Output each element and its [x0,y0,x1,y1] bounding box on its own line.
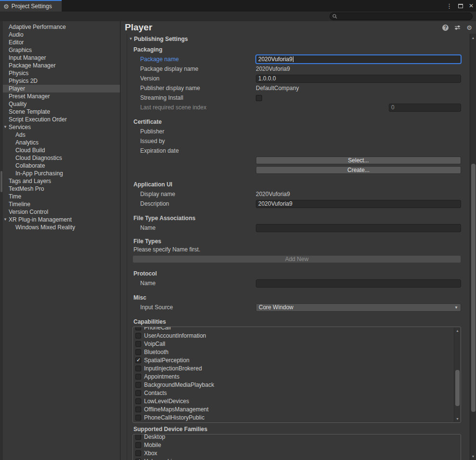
kebab-menu-icon[interactable]: ⋮ [446,2,452,10]
sidebar-item-editor[interactable]: Editor [0,39,120,46]
streaming-install-label: Streaming Install [140,94,256,101]
sidebar-item-package-manager[interactable]: Package Manager [0,62,120,69]
sidebar-item-scene-template[interactable]: Scene Template [0,108,120,116]
capability-backgroundmediaplayback[interactable]: BackgroundMediaPlayback [135,381,461,389]
capability-useraccountinformation[interactable]: UserAccountInformation [135,331,461,340]
foldout-icon[interactable]: ▼ [2,123,9,131]
scroll-up-icon[interactable]: ▲ [470,35,476,40]
capability-offlinemapsmanagement[interactable]: OfflineMapsManagement [135,405,461,413]
packaging-header: Packaging [133,46,461,53]
version-input[interactable] [256,75,461,83]
capability-spatialperception[interactable]: SpatialPerception [135,356,461,364]
add-new-button[interactable]: Add New [132,255,461,263]
checkbox[interactable] [135,459,141,460]
sidebar-item-cloud-build[interactable]: Cloud Build [0,146,120,154]
input-source-dropdown[interactable]: Core Window ▼ [256,303,461,312]
protocol-name-row: Name [121,278,461,288]
scroll-up-icon[interactable]: ▲ [454,328,461,333]
sidebar-item-input-manager[interactable]: Input Manager [0,54,120,62]
checkbox[interactable] [135,398,141,404]
sidebar-item-physics-2d[interactable]: Physics 2D [0,77,120,85]
checkbox[interactable] [135,415,141,421]
scroll-down-icon[interactable]: ▼ [470,453,476,459]
sidebar-item-physics[interactable]: Physics [0,69,120,77]
sidebar-item-version-control[interactable]: Version Control [0,208,120,216]
capabilities-scrollbar: ▲ ▼ [454,328,460,422]
family-mobile[interactable]: Mobile [135,441,461,449]
description-label: Description [140,200,256,207]
publisher-display-name-value: DefaultCompany [256,85,461,92]
help-icon[interactable]: ? [442,25,449,31]
capability-appointments[interactable]: Appointments [135,372,461,381]
capability-voipcall[interactable]: VoipCall [135,340,461,348]
search-field[interactable] [330,13,473,20]
sidebar-item-quality[interactable]: Quality [0,100,120,108]
sidebar-item-graphics[interactable]: Graphics [0,46,120,54]
family-desktop[interactable]: Desktop [135,434,461,441]
checkbox[interactable] [135,357,141,363]
checkbox[interactable] [135,407,141,412]
sidebar-item-windows-mixed-reality[interactable]: Windows Mixed Reality [0,223,120,231]
sidebar-item-player[interactable]: Player [0,85,120,92]
tab-project-settings[interactable]: ⚙ Project Settings [0,0,62,12]
checkbox[interactable] [135,442,141,448]
sidebar-scrollbar-thumb[interactable] [0,171,2,192]
package-name-input[interactable]: 2020Vuforia9 [256,55,461,64]
sidebar-item-in-app-purchasing[interactable]: In-App Purchasing [0,170,120,177]
protocol-header: Protocol [133,270,461,277]
checkbox[interactable] [135,450,141,456]
settings-gear-icon[interactable]: ⚙ [466,25,472,31]
checkbox[interactable] [135,327,141,330]
sidebar-item-audio[interactable]: Audio [0,31,120,39]
checkbox[interactable] [135,366,141,371]
checkbox[interactable] [135,382,141,388]
sidebar-item-textmesh-pro[interactable]: TextMesh Pro [0,185,120,193]
foldout-icon[interactable]: ▼ [128,37,134,41]
sidebar-item-preset-manager[interactable]: Preset Manager [0,92,120,100]
search-input[interactable] [339,13,472,19]
page-title: Player [125,22,152,33]
sidebar-item-script-execution-order[interactable]: Script Execution Order [0,116,120,123]
certificate-expiration-label: Expiration date [140,147,256,154]
sidebar-item-time[interactable]: Time [0,193,120,200]
maximize-icon[interactable] [458,4,463,8]
main-scrollbar-thumb[interactable] [471,164,476,412]
streaming-install-checkbox[interactable] [256,95,262,101]
create-certificate-button[interactable]: Create... [256,166,461,174]
sidebar-item-tags-and-layers[interactable]: Tags and Layers [0,177,120,185]
checkbox[interactable] [135,333,141,339]
publishing-settings-foldout[interactable]: ▼ Publishing Settings [128,35,461,43]
foldout-icon[interactable]: ▼ [2,216,9,223]
select-certificate-button[interactable]: Select... [256,157,461,164]
checkbox[interactable] [135,434,141,440]
scroll-down-icon[interactable]: ▼ [454,416,461,421]
sidebar-item-timeline[interactable]: Timeline [0,200,120,208]
sidebar-item-ads[interactable]: Ads [0,131,120,139]
sidebar-item-collaborate[interactable]: Collaborate [0,162,120,170]
last-required-scene-index-input[interactable] [389,104,461,112]
file-type-name-input[interactable] [256,224,461,232]
checkbox[interactable] [135,349,141,355]
capabilities-scrollbar-thumb[interactable] [455,370,460,406]
sidebar-item-analytics[interactable]: Analytics [0,139,120,146]
capability-lowleveldevices[interactable]: LowLevelDevices [135,397,461,405]
presets-icon[interactable] [454,25,461,30]
capability-phonecall[interactable]: PhoneCall [135,327,461,331]
checkbox[interactable] [135,341,141,347]
capability-bluetooth[interactable]: Bluetooth [135,348,461,356]
family-xbox[interactable]: Xbox [135,449,461,457]
checkbox[interactable] [135,374,141,380]
description-input[interactable] [256,200,461,208]
protocol-name-input[interactable] [256,279,461,288]
sidebar-item-xr-plugin-management[interactable]: ▼XR Plug-in Management [0,216,120,223]
sidebar-item-cloud-diagnostics[interactable]: Cloud Diagnostics [0,154,120,162]
sidebar-item-services[interactable]: ▼Services [0,123,120,131]
family-holographic[interactable]: Holographic [135,457,461,460]
capability-inputinjectionbrokered[interactable]: InputInjectionBrokered [135,364,461,372]
sidebar-item-adaptive-performance[interactable]: Adaptive Performance [0,23,120,31]
checkbox[interactable] [135,390,141,396]
capability-phonecallhistorypublic[interactable]: PhoneCallHistoryPublic [135,413,461,421]
close-icon[interactable]: ✕ [469,2,474,9]
publisher-display-name-label: Publisher display name [140,85,256,92]
capability-contacts[interactable]: Contacts [135,389,461,397]
